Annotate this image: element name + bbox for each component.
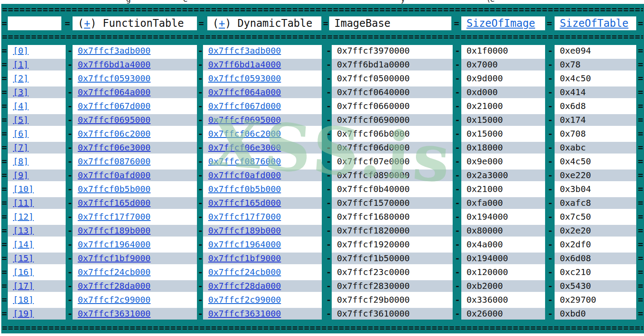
cell-separator: -	[198, 100, 203, 112]
function-table-link[interactable]: 0x7ffcf0695000	[78, 115, 151, 125]
table-row: =[17]-0x7ffcf28da000-0x7ffcf28da000-0x7f…	[1, 280, 644, 292]
dynamic-table-link[interactable]: 0x7ffcf2c99000	[208, 294, 281, 305]
row-index-link[interactable]: [4]	[13, 101, 29, 111]
function-table-cell: 0x7ffcf0593000	[73, 73, 197, 84]
dynamic-table-link[interactable]: 0x7ffcf1964000	[208, 239, 281, 250]
function-table-link[interactable]: 0x7ffcf1bf9000	[78, 253, 151, 263]
expand-dynamic-table-link[interactable]: +	[219, 17, 225, 29]
dynamic-table-link[interactable]: 0x7ffcf24cb000	[208, 267, 281, 277]
dynamic-table-link[interactable]: 0x7ffcf189b000	[208, 225, 281, 236]
row-index-link[interactable]: [19]	[13, 308, 34, 319]
function-table-link[interactable]: 0x7ffcf0afd000	[78, 170, 151, 180]
row-index-link[interactable]: [16]	[13, 267, 34, 277]
function-table-link[interactable]: 0x7ffcf064a000	[78, 87, 151, 97]
size-of-image-value: 0x15000	[461, 128, 545, 140]
image-base-value: 0x7ff6bd1a0000	[332, 59, 453, 70]
row-index-link[interactable]: [11]	[13, 198, 34, 208]
function-table-link[interactable]: 0x7ffcf189b000	[78, 225, 151, 236]
row-index-link[interactable]: [3]	[13, 87, 29, 97]
dynamic-table-link[interactable]: 0x7ffcf165d000	[208, 198, 281, 208]
cell-separator: -	[326, 253, 331, 264]
cell-separator: -	[548, 253, 553, 264]
row-index-link[interactable]: [10]	[13, 184, 34, 194]
dynamic-table-cell: 0x7ffcf189b000	[203, 225, 322, 237]
function-table-link[interactable]: 0x7ffcf28da000	[78, 281, 151, 291]
function-table-link[interactable]: 0x7ffcf0876000	[78, 156, 151, 166]
row-border-right: =	[638, 86, 643, 98]
header-size-of-image-link[interactable]: SizeOfImage	[461, 16, 545, 30]
dynamic-table-link[interactable]: 0x7ffcf067d000	[208, 101, 281, 111]
function-table-link[interactable]: 0x7ff6bd1a4000	[78, 59, 151, 70]
cell-separator: -	[326, 266, 331, 278]
dynamic-table-link[interactable]: 0x7ff6bd1a4000	[208, 59, 281, 70]
row-index-link[interactable]: [0]	[13, 45, 29, 56]
index-cell: [11]	[8, 197, 66, 209]
cell-separator: -	[198, 73, 203, 84]
size-of-table-value: 0x5430	[555, 280, 636, 292]
row-index-link[interactable]: [2]	[13, 73, 29, 83]
table-row: =[11]-0x7ffcf165d000-0x7ffcf165d000-0x7f…	[1, 197, 644, 209]
cell-separator: -	[548, 280, 553, 292]
function-table-link[interactable]: 0x7ffcf0b5b000	[78, 184, 151, 194]
row-index-link[interactable]: [8]	[13, 156, 29, 166]
dynamic-table-link[interactable]: 0x7ffcf0afd000	[208, 170, 281, 180]
cell-separator: -	[548, 170, 553, 181]
row-index-link[interactable]: [9]	[13, 170, 29, 180]
dynamic-table-link[interactable]: 0x7ffcf0593000	[208, 73, 281, 83]
header-function-table: (+) FunctionTable	[73, 16, 197, 30]
function-table-link[interactable]: 0x7ffcf1964000	[78, 239, 151, 250]
header-size-of-table-link[interactable]: SizeOfTable	[555, 16, 636, 30]
table-row: =[10]-0x7ffcf0b5b000-0x7ffcf0b5b000-0x7f…	[1, 183, 644, 195]
dynamic-table-cell: 0x7ffcf2c99000	[203, 294, 322, 306]
row-index-link[interactable]: [17]	[13, 281, 34, 291]
dynamic-table-link[interactable]: 0x7ffcf06c2000	[208, 128, 281, 139]
dynamic-table-link[interactable]: 0x7ffcf06e3000	[208, 142, 281, 153]
row-index-link[interactable]: [7]	[13, 142, 29, 153]
function-table-link[interactable]: 0x7ffcf3adb000	[78, 45, 151, 56]
cell-separator: -	[548, 100, 553, 112]
cell-separator: -	[455, 128, 460, 140]
cell-separator: -	[455, 294, 460, 306]
dynamic-table-link[interactable]: 0x7ffcf064a000	[208, 87, 281, 97]
header-border: =	[199, 16, 204, 30]
function-table-link[interactable]: 0x7ffcf24cb000	[78, 267, 151, 277]
dynamic-table-link[interactable]: 0x7ffcf17f7000	[208, 211, 281, 222]
dynamic-table-link[interactable]: 0x7ffcf3631000	[208, 308, 281, 319]
function-table-link[interactable]: 0x7ffcf165d000	[78, 198, 151, 208]
row-index-link[interactable]: [1]	[13, 59, 29, 70]
row-border-left: =	[2, 86, 7, 98]
size-of-table-value: 0x174	[555, 114, 636, 126]
dynamic-table-link[interactable]: 0x7ffcf0b5b000	[208, 184, 281, 194]
function-table-link[interactable]: 0x7ffcf2c99000	[78, 294, 151, 305]
cell-separator: -	[67, 197, 73, 209]
row-index-link[interactable]: [5]	[13, 115, 29, 125]
dynamic-table-cell: 0x7ffcf0593000	[203, 73, 322, 84]
size-of-table-value: 0xc210	[555, 266, 636, 278]
function-table-link[interactable]: 0x7ffcf0593000	[78, 73, 151, 83]
function-table-link[interactable]: 0x7ffcf3631000	[78, 308, 151, 319]
function-table-link[interactable]: 0x7ffcf06e3000	[78, 142, 151, 153]
function-table-link[interactable]: 0x7ffcf17f7000	[78, 211, 151, 222]
dynamic-table-link[interactable]: 0x7ffcf28da000	[208, 281, 281, 291]
function-table-link[interactable]: 0x7ffcf06c2000	[78, 128, 151, 139]
row-index-link[interactable]: [15]	[13, 253, 34, 263]
clipped-text-fragment: (e	[487, 0, 495, 3]
function-table-link[interactable]: 0x7ffcf067d000	[78, 101, 151, 111]
dynamic-table-link[interactable]: 0x7ffcf3adb000	[208, 45, 281, 56]
dynamic-table-link[interactable]: 0x7ffcf0695000	[208, 115, 281, 125]
function-table-cell: 0x7ffcf06c2000	[73, 128, 197, 140]
table-row: =[14]-0x7ffcf1964000-0x7ffcf1964000-0x7f…	[1, 239, 644, 250]
cell-separator: -	[455, 100, 460, 112]
row-index-link[interactable]: [18]	[13, 294, 34, 305]
dynamic-table-link[interactable]: 0x7ffcf0876000	[208, 156, 281, 166]
row-index-link[interactable]: [6]	[13, 128, 29, 139]
row-index-link[interactable]: [12]	[13, 211, 34, 222]
expand-function-table-link[interactable]: +	[84, 17, 90, 29]
function-table-cell: 0x7ffcf064a000	[73, 86, 197, 98]
row-border-left: =	[2, 266, 7, 278]
row-border-right: =	[638, 183, 643, 195]
row-index-link[interactable]: [13]	[13, 225, 34, 236]
dynamic-table-link[interactable]: 0x7ffcf1bf9000	[208, 253, 281, 263]
row-index-link[interactable]: [14]	[13, 239, 34, 250]
row-border-left: =	[2, 114, 7, 126]
